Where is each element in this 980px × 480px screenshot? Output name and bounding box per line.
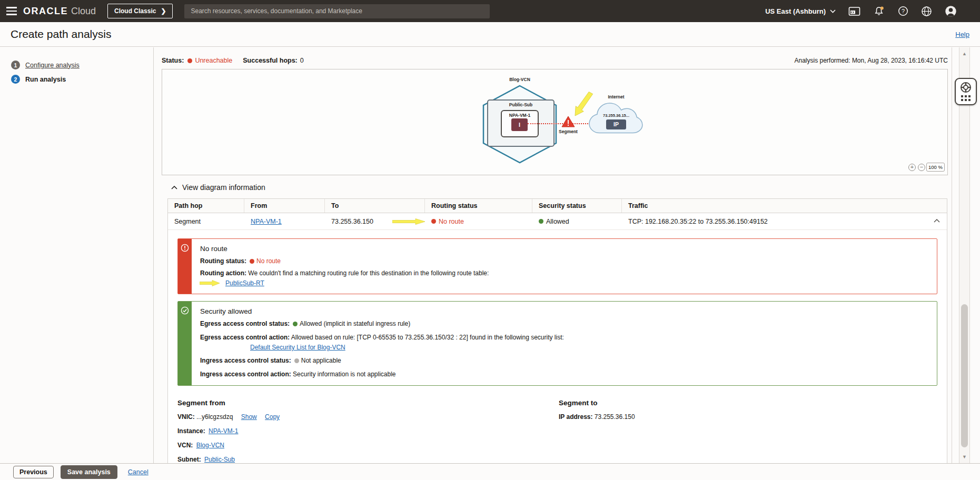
route-table-link[interactable]: PublicSub-RT [225,279,264,287]
vcn-label: VCN: [177,442,193,449]
subnet-link[interactable]: Public-Sub [204,456,235,463]
segment-detail-panel: No route Routing status:No route Routing… [168,230,947,463]
table-row-segment[interactable]: Segment NPA-VM-1 73.255.36.150 No route … [168,213,947,230]
routing-action-label: Routing action: [200,269,246,277]
routing-status-label: Routing status: [200,257,246,265]
segment-endpoints: Segment from VNIC: ...y6lcgzsdzq Show Co… [177,399,937,463]
highlight-arrow-icon [200,280,220,286]
ingress-action-label: Ingress access control action: [200,371,291,378]
status-unreachable-dot [187,58,192,63]
drag-dots-icon [961,95,971,101]
col-security-status: Security status [532,199,622,213]
status-value: Unreachable [195,57,232,64]
language-globe-icon[interactable] [921,6,932,17]
zoom-level-value[interactable]: 100 % [926,163,945,172]
segment-node-label: Segment [547,129,589,134]
save-analysis-button[interactable]: Save analysis [61,465,117,479]
instance-icon[interactable]: I [511,118,528,131]
step-run-analysis: 2 Run analysis [0,72,153,86]
analysis-status-row: Status: Unreachable Successful hops: 0 A… [162,57,948,64]
topbar-actions: US East (Ashburn) ? [765,5,980,17]
brand-cloud: Cloud [71,6,96,17]
notifications-bell-icon[interactable] [873,6,885,16]
egress-action-text: Allowed based on rule: [TCP 0-65535 to 7… [291,334,564,341]
svg-text:?: ? [902,8,905,14]
user-avatar[interactable] [945,5,957,17]
security-status-dot [539,219,543,224]
from-instance-link[interactable]: NPA-VM-1 [251,218,282,225]
step-2-badge: 2 [11,75,20,84]
view-diagram-information-toggle[interactable]: View diagram information [171,183,265,192]
zoom-in-button[interactable]: + [908,164,916,171]
cancel-link[interactable]: Cancel [128,468,149,476]
ip-address-value: 73.255.36.150 [595,413,635,421]
lifebuoy-icon [960,82,972,93]
ip-node-icon[interactable]: IP [606,119,626,129]
chevron-down-icon [830,9,836,13]
cloud-shape [587,99,646,137]
top-navigation-bar: ORACLE Cloud Cloud Classic ❯ US East (As… [0,0,980,22]
zoom-out-button[interactable]: − [918,164,925,171]
error-stripe [178,239,192,294]
segment-to-section: Segment to IP address: 73.255.36.150 [559,399,635,463]
instance-node-label: NPA-VM-1 [501,113,539,118]
previous-button[interactable]: Previous [13,466,54,478]
egress-status-label: Egress access control status: [200,320,290,327]
success-check-icon [181,306,189,315]
step-1-label[interactable]: Configure analysis [25,62,80,69]
scroll-up-arrow[interactable]: ▲ [959,51,969,56]
collapse-row-chevron-icon[interactable] [934,219,940,223]
instance-label: Instance: [177,427,205,435]
vertical-scrollbar[interactable]: ▲ ▼ [959,47,970,463]
brand-oracle: ORACLE [23,6,68,17]
wizard-footer: Previous Save analysis Cancel [0,463,980,480]
scroll-down-arrow[interactable]: ▼ [959,454,969,459]
support-widget[interactable] [955,78,977,105]
search-input[interactable] [184,7,490,15]
help-link[interactable]: Help [955,31,969,38]
oracle-cloud-logo: ORACLE Cloud [23,6,96,17]
vcn-link[interactable]: Blog-VCN [196,442,224,449]
cell-path-hop: Segment [168,218,244,225]
run-analysis-panel: Status: Unreachable Successful hops: 0 A… [154,47,952,463]
col-path-hop: Path hop [168,199,244,213]
no-route-alert: No route Routing status:No route Routing… [177,238,937,294]
global-search [184,4,490,18]
routing-status-value: No route [256,257,281,265]
scrollbar-thumb[interactable] [961,304,968,447]
region-selector[interactable]: US East (Ashburn) [765,7,836,15]
wizard-steps-sidebar: 1 Configure analysis 2 Run analysis [0,47,154,463]
col-traffic: Traffic [622,199,947,213]
instance-link[interactable]: NPA-VM-1 [209,427,238,435]
hops-label: Successful hops: [243,57,298,64]
error-circle-icon [181,244,189,252]
path-hops-table: Path hop From To Routing status Security… [167,198,947,463]
routing-status-dot [431,219,436,224]
success-stripe [178,302,192,385]
cloud-shell-icon[interactable] [848,6,860,16]
cell-routing-status: No route [439,218,464,225]
vnic-copy-link[interactable]: Copy [265,413,280,421]
ingress-na-dot [294,358,299,363]
no-route-dot [250,259,254,264]
step-configure-analysis[interactable]: 1 Configure analysis [0,58,153,72]
segment-from-section: Segment from VNIC: ...y6lcgzsdzq Show Co… [177,399,559,463]
hops-value: 0 [300,57,304,64]
cloud-classic-label: Cloud Classic [114,7,156,15]
internet-node[interactable]: Internet 73.255.36.15... IP [587,94,646,137]
security-list-link[interactable]: Default Security List for Blog-VCN [250,344,345,351]
vnic-show-link[interactable]: Show [241,413,257,421]
security-allowed-title: Security allowed [200,307,928,315]
hamburger-menu-icon[interactable] [0,0,23,22]
page-header: Create path analysis Help [0,22,980,47]
chevron-right-icon: ❯ [161,7,166,15]
page-title: Create path analysis [11,28,111,41]
path-analysis-diagram: Blog-VCN Public-Sub NPA-VM-1 I Segment I… [162,69,948,175]
content-right-border [952,47,952,463]
cell-security-status: Allowed [546,218,569,225]
cloud-classic-button[interactable]: Cloud Classic ❯ [107,4,173,18]
step-2-label: Run analysis [25,76,66,83]
help-question-icon[interactable]: ? [898,6,908,16]
no-route-title: No route [200,245,928,253]
step-1-badge: 1 [11,61,20,69]
